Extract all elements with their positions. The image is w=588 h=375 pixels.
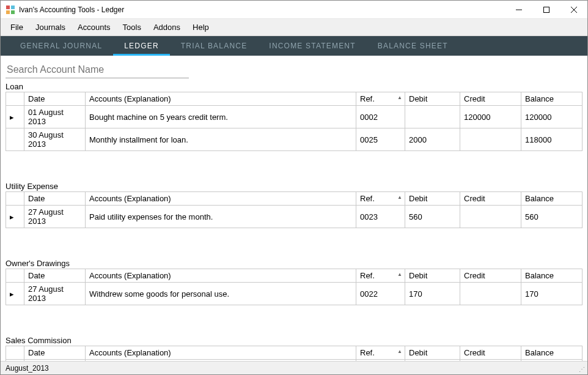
cell-explanation: Paid utility expenses for the month. [86,206,356,228]
cell-balance: 170 [521,283,582,305]
account-name: Loan [6,82,582,91]
cell-debit: 560 [405,206,460,228]
cell-debit [405,106,460,128]
ledger-table: Date Accounts (Explanation) Ref.▲ Debit … [6,191,582,228]
minimize-button[interactable] [505,1,532,18]
cell-ref: 0022 [356,283,405,305]
svg-rect-2 [6,10,10,14]
cell-ref: 0002 [356,106,405,128]
tab-balance-sheet[interactable]: BALANCE SHEET [367,36,459,56]
resize-grip-icon[interactable]: ⋰ [579,366,586,373]
row-selector[interactable]: ▸ [6,206,24,228]
table-row[interactable]: ▸ 27 August 2013 Paid utility expenses f… [6,206,582,228]
tabbar: GENERAL JOURNAL LEDGER TRIAL BALANCE INC… [1,36,587,56]
titlebar: Ivan's Accounting Tools - Ledger [1,1,587,19]
col-date[interactable]: Date [24,269,86,283]
col-ref-label: Ref. [360,94,375,103]
col-ref[interactable]: Ref.▲ [356,192,405,206]
close-button[interactable] [560,1,587,18]
col-accounts[interactable]: Accounts (Explanation) [86,269,356,283]
col-credit[interactable]: Credit [460,192,521,206]
col-balance[interactable]: Balance [521,92,582,106]
col-ref[interactable]: Ref.▲ [356,269,405,283]
col-debit[interactable]: Debit [405,346,460,360]
col-debit[interactable]: Debit [405,192,460,206]
tab-general-journal[interactable]: GENERAL JOURNAL [9,36,113,56]
col-ref[interactable]: Ref.▲ [356,346,405,360]
col-accounts[interactable]: Accounts (Explanation) [86,92,356,106]
search-input[interactable] [6,62,189,78]
col-balance[interactable]: Balance [521,269,582,283]
menu-file[interactable]: File [4,20,29,34]
search-row [1,56,587,81]
status-text: August_2013 [6,364,49,373]
col-credit[interactable]: Credit [460,269,521,283]
col-ref-label: Ref. [360,348,375,357]
cell-ref: 0025 [356,128,405,151]
cell-date: 01 August 2013 [24,106,86,128]
ledger-table: Date Accounts (Explanation) Ref.▲ Debit … [6,269,582,305]
col-ref-label: Ref. [360,271,375,280]
col-balance[interactable]: Balance [521,346,582,360]
menu-journals[interactable]: Journals [29,20,72,34]
menu-accounts[interactable]: Accounts [72,20,116,34]
cell-credit: 120000 [460,106,521,128]
tab-ledger[interactable]: LEDGER [113,36,170,56]
col-ref[interactable]: Ref.▲ [356,92,405,106]
sort-asc-icon: ▲ [397,195,402,200]
cell-credit [460,206,521,228]
col-debit[interactable]: Debit [405,269,460,283]
sort-asc-icon: ▲ [397,272,402,277]
ledger-content: Loan Date Accounts (Explanation) Ref.▲ D… [1,81,587,363]
account-block-loan: Loan Date Accounts (Explanation) Ref.▲ D… [6,82,582,151]
svg-rect-0 [6,6,10,9]
maximize-button[interactable] [532,1,560,18]
sort-asc-icon: ▲ [397,95,402,100]
table-row[interactable]: 30 August 2013 Monthly installment for l… [6,128,582,151]
svg-rect-5 [543,7,549,12]
menu-tools[interactable]: Tools [117,20,147,34]
account-block-utility-expense: Utility Expense Date Accounts (Explanati… [6,182,582,228]
cell-explanation: Bought machine on 5 years credit term. [86,106,356,128]
ledger-table: Date Accounts (Explanation) Ref.▲ Debit … [6,92,582,151]
window-title: Ivan's Accounting Tools - Ledger [19,6,505,14]
col-selector[interactable] [6,346,24,360]
cell-balance: 560 [521,206,582,228]
col-credit[interactable]: Credit [460,92,521,106]
menu-addons[interactable]: Addons [147,20,186,34]
col-selector[interactable] [6,269,24,283]
svg-rect-1 [11,6,15,9]
menu-help[interactable]: Help [186,20,215,34]
tab-income-statement[interactable]: INCOME STATEMENT [258,36,366,56]
cell-credit [460,283,521,305]
account-block-sales-commission: Sales Commission Date Accounts (Explanat… [6,336,582,363]
col-date[interactable]: Date [24,92,86,106]
account-name: Utility Expense [6,182,582,191]
table-row[interactable]: ▸ 27 August 2013 Withdrew some goods for… [6,283,582,305]
cell-debit: 2000 [405,128,460,151]
cell-date: 30 August 2013 [24,128,86,151]
table-header-row: Date Accounts (Explanation) Ref.▲ Debit … [6,92,582,106]
col-credit[interactable]: Credit [460,346,521,360]
tab-trial-balance[interactable]: TRIAL BALANCE [170,36,259,56]
col-date[interactable]: Date [24,346,86,360]
cell-date: 27 August 2013 [24,206,86,228]
svg-rect-3 [11,10,15,14]
col-accounts[interactable]: Accounts (Explanation) [86,346,356,360]
cell-credit [460,128,521,151]
col-date[interactable]: Date [24,192,86,206]
cell-date: 27 August 2013 [24,283,86,305]
col-selector[interactable] [6,192,24,206]
cell-explanation: Monthly installment for loan. [86,128,356,151]
row-selector[interactable] [6,128,24,151]
col-selector[interactable] [6,92,24,106]
account-block-owners-drawings: Owner's Drawings Date Accounts (Explanat… [6,259,582,305]
row-selector[interactable]: ▸ [6,106,24,128]
col-accounts[interactable]: Accounts (Explanation) [86,192,356,206]
row-selector[interactable]: ▸ [6,283,24,305]
table-header-row: Date Accounts (Explanation) Ref.▲ Debit … [6,269,582,283]
col-balance[interactable]: Balance [521,192,582,206]
table-header-row: Date Accounts (Explanation) Ref.▲ Debit … [6,346,582,360]
table-row[interactable]: ▸ 01 August 2013 Bought machine on 5 yea… [6,106,582,128]
col-debit[interactable]: Debit [405,92,460,106]
